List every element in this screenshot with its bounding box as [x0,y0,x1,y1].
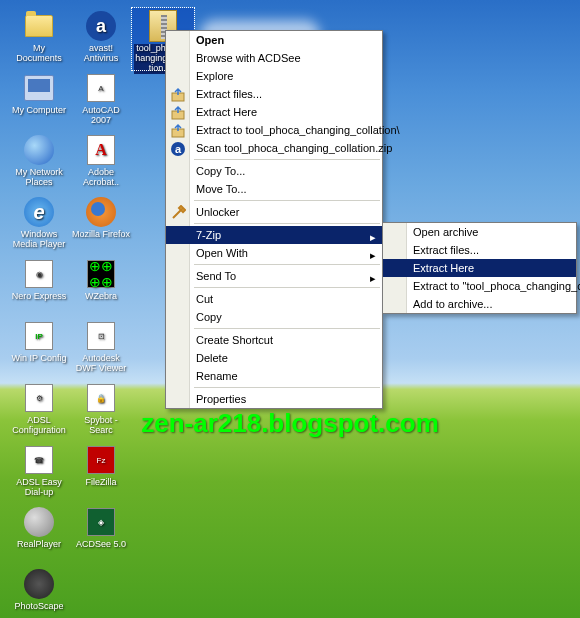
menu-item-label: Extract Here [413,262,474,274]
menu-item[interactable]: Open [166,31,382,49]
menu-item[interactable]: Browse with ACDSee [166,49,382,67]
desktop-icon[interactable]: ⚙ADSL Configuration [8,380,70,442]
submenu-item[interactable]: Extract to "tool_phoca_changing_collatio… [383,277,576,295]
svg-text:a: a [175,143,182,155]
menu-separator [194,387,380,388]
menu-item[interactable]: Unlocker [166,203,382,221]
menu-item-label: Move To... [196,183,247,195]
menu-item[interactable]: Send To▸ [166,267,382,285]
submenu-item[interactable]: Add to archive... [383,295,576,313]
desktop-icon[interactable]: aavast! Antivirus [70,8,132,70]
folder-icon [23,10,55,42]
icon-label: Spybot - Searc [72,416,130,436]
menu-item[interactable]: Copy [166,308,382,326]
menu-item[interactable]: Extract to tool_phoca_changing_collation… [166,121,382,139]
menu-item-label: Open With [196,247,248,259]
icon-label: RealPlayer [17,540,61,550]
menu-item-label: 7-Zip [196,229,221,241]
extract-icon [170,87,186,103]
menu-item-label: Create Shortcut [196,334,273,346]
desktop-icon[interactable]: Mozilla Firefox [70,194,132,256]
icon-label: My Computer [12,106,66,116]
menu-item[interactable]: Move To... [166,180,382,198]
menu-item[interactable]: Create Shortcut [166,331,382,349]
box-icon: 🔒 [85,382,117,414]
menu-item-label: Rename [196,370,238,382]
desktop-icon[interactable]: AAutoCAD 2007 [70,70,132,132]
7zip-submenu[interactable]: Open archiveExtract files...Extract Here… [382,222,577,314]
icon-label: avast! Antivirus [72,44,130,64]
icon-label: My Documents [10,44,68,64]
menu-item[interactable]: Explore [166,67,382,85]
icon-label: ACDSee 5.0 [76,540,126,550]
menu-separator [194,287,380,288]
computer-icon [23,72,55,104]
menu-item-label: Extract to tool_phoca_changing_collation… [196,124,400,136]
menu-item[interactable]: Delete [166,349,382,367]
menu-item[interactable]: 7-Zip▸ [166,226,382,244]
menu-item[interactable]: aScan tool_phoca_changing_collation.zip [166,139,382,157]
context-menu[interactable]: OpenBrowse with ACDSeeExploreExtract fil… [165,30,383,409]
desktop-icon[interactable]: ⊡Autodesk DWF Viewer [70,318,132,380]
submenu-item[interactable]: Extract Here [383,259,576,277]
icon-label: WZebra [85,292,117,302]
menu-item[interactable]: Extract Here [166,103,382,121]
ip-icon: IP [23,320,55,352]
box-icon: Fz [85,444,117,476]
avast-icon: a [85,10,117,42]
menu-item-label: Send To [196,270,236,282]
unlocker-icon [170,205,186,221]
submenu-item[interactable]: Open archive [383,223,576,241]
firefox-icon [85,196,117,228]
icon-label: Autodesk DWF Viewer [72,354,130,374]
desktop-icon[interactable]: My Computer [8,70,70,132]
watermark-text: zen-ar218.blogspot.com [141,408,439,439]
desktop-icon[interactable]: My Documents [8,8,70,70]
desktop-icon[interactable]: RealPlayer [8,504,70,566]
icon-label: My Network Places [10,168,68,188]
menu-item-label: Open [196,34,224,46]
menu-item[interactable]: Copy To... [166,162,382,180]
menu-item-label: Scan tool_phoca_changing_collation.zip [196,142,392,154]
blank2-icon [23,568,55,600]
menu-item-label: Extract files... [413,244,479,256]
menu-item[interactable]: Extract files... [166,85,382,103]
submenu-item[interactable]: Extract files... [383,241,576,259]
desktop-icon[interactable]: ⊕⊕⊕⊕WZebra [70,256,132,318]
desktop-icon[interactable]: ◉Nero Express [8,256,70,318]
submenu-arrow-icon: ▸ [370,231,376,244]
icon-label: ADSL Easy Dial-up [10,478,68,498]
icon-label: Adobe Acrobat.. [72,168,130,188]
icon-label: Windows Media Player [10,230,68,250]
submenu-arrow-icon: ▸ [370,249,376,262]
menu-item-label: Extract files... [196,88,262,100]
icon-label: Win IP Config [12,354,67,364]
menu-item-label: Open archive [413,226,478,238]
icon-label: ADSL Configuration [10,416,68,436]
menu-item-label: Delete [196,352,228,364]
menu-item-label: Browse with ACDSee [196,52,301,64]
desktop-icon[interactable]: IPWin IP Config [8,318,70,380]
desktop-icon[interactable]: FzFileZilla [70,442,132,504]
menu-separator [194,200,380,201]
desktop-icon[interactable]: 🔒Spybot - Searc [70,380,132,442]
box-icon: ⊡ [85,320,117,352]
desktop-icon[interactable]: Windows Media Player [8,194,70,256]
menu-item[interactable]: Cut [166,290,382,308]
desktop-icon[interactable]: PhotoScape [8,566,70,618]
menu-item[interactable]: Properties [166,390,382,408]
desktop-icon[interactable]: My Network Places [8,132,70,194]
menu-item[interactable]: Open With▸ [166,244,382,262]
menu-item-label: Extract Here [196,106,257,118]
menu-item-label: Add to archive... [413,298,493,310]
menu-item-label: Unlocker [196,206,239,218]
desktop-icon[interactable]: ◈ACDSee 5.0 [70,504,132,566]
menu-item-label: Cut [196,293,213,305]
icon-label: PhotoScape [14,602,63,612]
realplayer-icon [23,506,55,538]
menu-separator [194,223,380,224]
desktop-icon[interactable]: Adobe Acrobat.. [70,132,132,194]
menu-item[interactable]: Rename [166,367,382,385]
menu-item-label: Copy [196,311,222,323]
desktop-icon[interactable]: ☎ADSL Easy Dial-up [8,442,70,504]
